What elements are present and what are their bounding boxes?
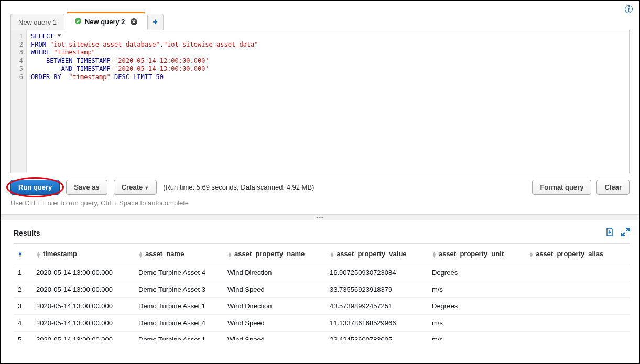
line-number: 2 — [11, 41, 23, 49]
sort-icon: ▲▼ — [36, 251, 41, 258]
table-row[interactable]: 52020-05-14 13:00:00.000Demo Turbine Ass… — [14, 332, 630, 341]
col-index[interactable]: ▲▼ — [14, 244, 32, 264]
cell-prop: Wind Speed — [223, 281, 326, 298]
cell-prop: Wind Direction — [223, 264, 326, 281]
info-icon[interactable]: i — [625, 5, 633, 13]
run-highlight: Run query — [10, 180, 60, 195]
cell-val: 11.133786168529966 — [326, 315, 428, 332]
format-query-button[interactable]: Format query — [532, 180, 591, 195]
cell-unit: Degrees — [428, 264, 525, 281]
cell-name: Demo Turbine Asset 1 — [134, 332, 223, 341]
cell-alias — [525, 264, 630, 281]
sql-editor[interactable]: 123456 SELECT *FROM "iot_sitewise_asset_… — [10, 30, 630, 173]
tab-query-2[interactable]: New query 2 ✕ — [67, 12, 145, 30]
cell-name: Demo Turbine Asset 4 — [134, 264, 223, 281]
cell-name: Demo Turbine Asset 1 — [134, 298, 223, 315]
code-line: SELECT * — [31, 32, 625, 41]
code-line: FROM "iot_sitewise_asset_database"."iot_… — [31, 41, 625, 49]
code-line: ORDER BY "timestamp" DESC LIMIT 50 — [31, 73, 625, 82]
cell-idx: 4 — [14, 315, 32, 332]
col-asset-name[interactable]: ▲▼asset_name — [134, 244, 223, 264]
toolbar: Run query Save as Create▼ (Run time: 5.6… — [10, 173, 630, 197]
keyboard-hint: Use Ctrl + Enter to run query, Ctrl + Sp… — [10, 199, 630, 207]
results-table: ▲▼ ▲▼timestamp ▲▼asset_name ▲▼asset_prop… — [14, 244, 630, 340]
create-label: Create — [122, 183, 143, 191]
save-as-button[interactable]: Save as — [66, 180, 107, 195]
line-number: 6 — [11, 73, 23, 82]
cell-ts: 2020-05-14 13:00:00.000 — [32, 281, 134, 298]
line-number: 1 — [11, 32, 23, 41]
table-row[interactable]: 22020-05-14 13:00:00.000Demo Turbine Ass… — [14, 281, 630, 298]
cell-ts: 2020-05-14 13:00:00.000 — [32, 264, 134, 281]
check-icon — [74, 17, 82, 26]
clear-button[interactable]: Clear — [596, 180, 630, 195]
run-query-button[interactable]: Run query — [10, 180, 60, 195]
col-prop-name[interactable]: ▲▼asset_property_name — [223, 244, 326, 264]
tabs-row: New query 1 New query 2 ✕ + — [10, 12, 630, 30]
add-tab-button[interactable]: + — [147, 14, 164, 30]
sort-icon: ▲▼ — [138, 251, 143, 258]
cell-ts: 2020-05-14 13:00:00.000 — [32, 332, 134, 341]
code-line: WHERE "timestamp" — [31, 49, 625, 57]
cell-idx: 5 — [14, 332, 32, 341]
cell-val: 22.42453600783005 — [326, 332, 428, 341]
sort-icon: ▲▼ — [330, 251, 334, 258]
table-row[interactable]: 42020-05-14 13:00:00.000Demo Turbine Ass… — [14, 315, 630, 332]
editor-code[interactable]: SELECT *FROM "iot_sitewise_asset_databas… — [27, 30, 629, 173]
tab-query-1[interactable]: New query 1 — [10, 14, 64, 30]
cell-val: 33.73556923918379 — [326, 281, 428, 298]
sort-icon: ▲▼ — [529, 251, 534, 258]
editor-gutter: 123456 — [11, 30, 27, 173]
cell-val: 16.907250930723084 — [326, 264, 428, 281]
cell-alias — [525, 281, 630, 298]
cell-idx: 1 — [14, 264, 32, 281]
query-stats: (Run time: 5.69 seconds, Data scanned: 4… — [163, 183, 314, 191]
right-toolbar: Format query Clear — [532, 180, 630, 195]
cell-val: 43.57398992457251 — [326, 298, 428, 315]
table-row[interactable]: 32020-05-14 13:00:00.000Demo Turbine Ass… — [14, 298, 630, 315]
cell-unit: m/s — [428, 281, 525, 298]
code-line: BETWEEN TIMESTAMP '2020-05-14 12:00:00.0… — [31, 57, 625, 65]
line-number: 5 — [11, 65, 23, 73]
cell-prop: Wind Direction — [223, 298, 326, 315]
cell-unit: m/s — [428, 332, 525, 341]
cell-idx: 2 — [14, 281, 32, 298]
cell-unit: m/s — [428, 315, 525, 332]
line-number: 4 — [11, 57, 23, 65]
cell-alias — [525, 315, 630, 332]
table-header-row: ▲▼ ▲▼timestamp ▲▼asset_name ▲▼asset_prop… — [14, 244, 630, 264]
sort-icon: ▲▼ — [432, 251, 437, 258]
results-header: Results — [14, 228, 630, 238]
col-prop-unit[interactable]: ▲▼asset_property_unit — [428, 244, 525, 264]
col-prop-alias[interactable]: ▲▼asset_property_alias — [525, 244, 630, 264]
line-number: 3 — [11, 49, 23, 57]
cell-unit: Degrees — [428, 298, 525, 315]
expand-icon[interactable] — [621, 228, 630, 238]
sort-icon: ▲▼ — [18, 251, 23, 258]
cell-prop: Wind Speed — [223, 315, 326, 332]
splitter-handle[interactable]: ••• — [1, 214, 639, 220]
download-icon[interactable] — [605, 228, 614, 238]
tab-label: New query 1 — [18, 18, 57, 26]
create-button[interactable]: Create▼ — [114, 180, 157, 195]
close-icon[interactable]: ✕ — [131, 18, 137, 25]
cell-prop: Wind Speed — [223, 332, 326, 341]
cell-ts: 2020-05-14 13:00:00.000 — [32, 298, 134, 315]
query-panel: New query 1 New query 2 ✕ + 123456 SELEC… — [1, 1, 639, 207]
tab-label: New query 2 — [85, 18, 125, 26]
results-actions — [605, 228, 630, 238]
cell-ts: 2020-05-14 13:00:00.000 — [32, 315, 134, 332]
sort-icon: ▲▼ — [227, 251, 232, 258]
results-table-wrap[interactable]: ▲▼ ▲▼timestamp ▲▼asset_name ▲▼asset_prop… — [14, 243, 630, 340]
cell-idx: 3 — [14, 298, 32, 315]
results-section: Results ▲▼ ▲▼timestamp ▲▼asset_name ▲▼as… — [1, 220, 639, 340]
results-title: Results — [14, 229, 40, 237]
cell-alias — [525, 332, 630, 341]
col-prop-value[interactable]: ▲▼asset_property_value — [326, 244, 428, 264]
cell-name: Demo Turbine Asset 4 — [134, 315, 223, 332]
table-row[interactable]: 12020-05-14 13:00:00.000Demo Turbine Ass… — [14, 264, 630, 281]
cell-name: Demo Turbine Asset 3 — [134, 281, 223, 298]
code-line: AND TIMESTAMP '2020-05-14 13:00:00.000' — [31, 65, 625, 73]
col-timestamp[interactable]: ▲▼timestamp — [32, 244, 134, 264]
cell-alias — [525, 298, 630, 315]
